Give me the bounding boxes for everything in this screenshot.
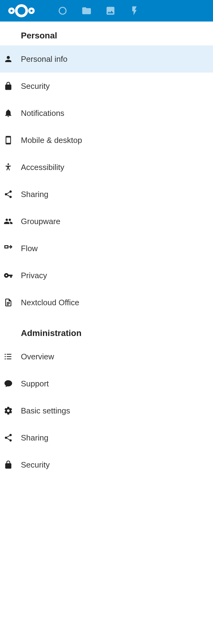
svg-point-1 bbox=[9, 9, 14, 13]
share-icon bbox=[3, 190, 21, 199]
share-icon bbox=[3, 433, 21, 442]
nav-item-personal-info[interactable]: Personal info bbox=[0, 45, 213, 73]
nav-item-security-admin[interactable]: Security bbox=[0, 451, 213, 478]
photos-icon[interactable] bbox=[103, 3, 118, 18]
svg-point-0 bbox=[16, 6, 27, 16]
section-header-personal: Personal bbox=[0, 28, 213, 45]
nav-item-notifications[interactable]: Notifications bbox=[0, 100, 213, 127]
chat-icon bbox=[3, 379, 21, 388]
list-icon bbox=[3, 352, 21, 361]
activity-icon[interactable] bbox=[127, 3, 142, 18]
nav-item-label: Flow bbox=[21, 244, 38, 253]
nav-item-security[interactable]: Security bbox=[0, 73, 213, 100]
nav-item-mobile-desktop[interactable]: Mobile & desktop bbox=[0, 127, 213, 154]
dashboard-icon[interactable] bbox=[55, 3, 70, 18]
phone-icon bbox=[3, 136, 21, 145]
nav-item-label: Personal info bbox=[21, 54, 68, 64]
nav-item-sharing-personal[interactable]: Sharing bbox=[0, 181, 213, 208]
nav-item-label: Privacy bbox=[21, 271, 47, 280]
svg-point-4 bbox=[8, 164, 9, 165]
lock-icon bbox=[3, 81, 21, 91]
nav-item-sharing-admin[interactable]: Sharing bbox=[0, 424, 213, 451]
nav-item-basic-settings[interactable]: Basic settings bbox=[0, 397, 213, 424]
nav-item-label: Sharing bbox=[21, 190, 48, 199]
nav-item-flow[interactable]: Flow bbox=[0, 235, 213, 262]
files-icon[interactable] bbox=[79, 3, 94, 18]
nextcloud-logo[interactable] bbox=[3, 3, 40, 18]
nav-item-accessibility[interactable]: Accessibility bbox=[0, 154, 213, 181]
user-icon bbox=[3, 54, 21, 64]
topbar bbox=[0, 0, 213, 22]
nav-item-privacy[interactable]: Privacy bbox=[0, 262, 213, 289]
flow-icon bbox=[3, 244, 21, 253]
lock-icon bbox=[3, 460, 21, 469]
gear-icon bbox=[3, 406, 21, 415]
nav-item-label: Nextcloud Office bbox=[21, 298, 79, 307]
nav-item-support[interactable]: Support bbox=[0, 370, 213, 397]
users-icon bbox=[3, 217, 21, 226]
nav-item-groupware[interactable]: Groupware bbox=[0, 208, 213, 235]
nav-item-label: Overview bbox=[21, 352, 54, 362]
nav-item-label: Basic settings bbox=[21, 406, 70, 416]
accessibility-icon bbox=[3, 163, 21, 172]
svg-point-3 bbox=[59, 7, 66, 14]
nav-item-label: Notifications bbox=[21, 109, 64, 118]
nav-item-label: Accessibility bbox=[21, 163, 64, 172]
settings-sidebar: Personal Personal info Security Notifica… bbox=[0, 22, 213, 478]
nav-item-label: Security bbox=[21, 460, 50, 470]
nav-item-overview[interactable]: Overview bbox=[0, 343, 213, 370]
key-icon bbox=[3, 271, 21, 280]
nav-item-label: Groupware bbox=[21, 217, 60, 226]
nav-item-label: Mobile & desktop bbox=[21, 136, 82, 145]
nav-item-label: Support bbox=[21, 379, 49, 389]
svg-point-2 bbox=[29, 9, 33, 13]
nav-item-nextcloud-office[interactable]: Nextcloud Office bbox=[0, 289, 213, 316]
bell-icon bbox=[3, 109, 21, 118]
document-icon bbox=[3, 298, 21, 307]
section-header-administration: Administration bbox=[0, 325, 213, 343]
nav-item-label: Security bbox=[21, 81, 50, 91]
nav-item-label: Sharing bbox=[21, 433, 48, 443]
